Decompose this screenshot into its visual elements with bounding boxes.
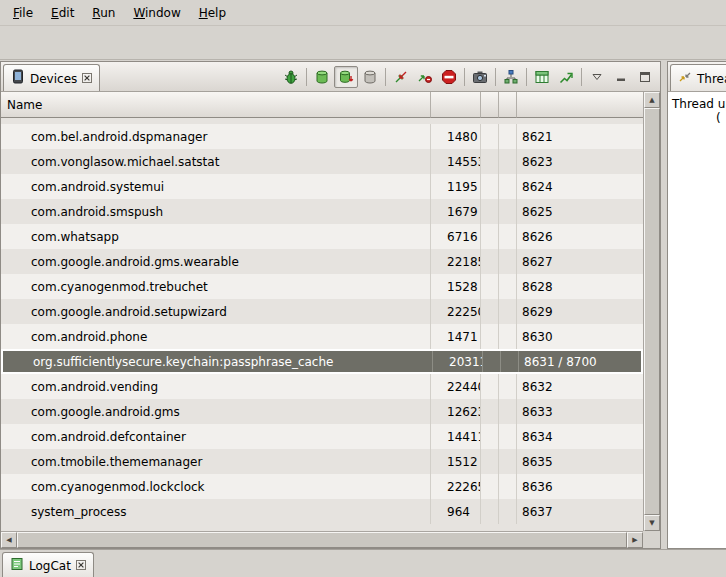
empty-cell [499,274,517,299]
stop-process-icon[interactable] [437,66,461,88]
empty-cell [499,324,517,349]
process-name: com.tmobile.thememanager [1,449,431,474]
table-row[interactable]: com.android.defcontainer144118634 [1,424,643,449]
debug-process-icon[interactable] [279,66,303,88]
process-pid: 6716 [431,224,481,249]
process-port: 8621 [517,124,643,149]
process-pid: 22185 [431,249,481,274]
vertical-scroll-thumb[interactable] [644,108,660,515]
table-row[interactable]: com.bel.android.dspmanager14808621 [1,124,643,149]
process-port: 8636 [517,474,643,499]
process-port: 8624 [517,174,643,199]
column-header-pid[interactable] [431,92,481,118]
table-row[interactable]: com.cyanogenmod.trebuchet15288628 [1,274,643,299]
threads-message-line1: Thread up [668,97,726,111]
process-pid: 1528 [431,274,481,299]
empty-cell [499,474,517,499]
table-row[interactable]: com.android.phone14718630 [1,324,643,349]
scrollbar-corner [643,531,660,548]
scroll-left-button[interactable]: ◀ [1,532,17,548]
column-header-name[interactable]: Name [1,92,431,118]
table-row[interactable]: com.android.smspush16798625 [1,199,643,224]
vertical-scrollbar[interactable]: ▲ ▼ [643,92,660,531]
view-menu-icon[interactable] [585,66,609,88]
tab-threads[interactable]: Threads [670,64,726,91]
menu-help[interactable]: Help [190,2,235,24]
toolbar-separator [581,68,582,86]
dump-view-hierarchy-icon[interactable] [499,66,523,88]
empty-cell [481,149,499,174]
process-table: Name com.bel.android.dspmanager14808621c… [1,92,660,548]
menu-file[interactable]: File [4,2,42,24]
table-row[interactable]: com.whatsapp67168626 [1,224,643,249]
process-name: com.cyanogenmod.lockclock [1,474,431,499]
empty-cell [481,424,499,449]
menu-run[interactable]: Run [83,2,124,24]
process-port: 8633 [517,399,643,424]
empty-cell [481,499,499,524]
process-name: system_process [1,499,431,524]
table-row[interactable]: com.google.android.setupwizard222508629 [1,299,643,324]
update-heap-icon[interactable] [310,66,334,88]
empty-cell [499,224,517,249]
empty-cell [499,499,517,524]
process-name: com.android.phone [1,324,431,349]
empty-cell [481,374,499,399]
scroll-right-button[interactable]: ▶ [627,532,643,548]
column-header-port[interactable] [517,92,643,118]
screen-capture-icon[interactable] [468,66,492,88]
maximize-icon[interactable] [633,66,657,88]
empty-cell [481,449,499,474]
devices-panel: Devices [0,61,661,549]
empty-cell [481,474,499,499]
tab-devices[interactable]: Devices [3,64,100,91]
sysinfo-graph-icon[interactable] [554,66,578,88]
table-row[interactable]: com.tmobile.thememanager15128635 [1,449,643,474]
scroll-up-button[interactable]: ▲ [644,92,660,108]
devices-toolbar [279,66,660,88]
sysinfo-grid-icon[interactable] [530,66,554,88]
table-row[interactable]: com.android.vending224408632 [1,374,643,399]
empty-cell [481,299,499,324]
minimize-icon[interactable] [609,66,633,88]
horizontal-scrollbar[interactable]: ◀ ▶ [1,531,643,548]
process-pid: 12623 [431,399,481,424]
table-row[interactable]: com.cyanogenmod.lockclock222658636 [1,474,643,499]
empty-cell [499,299,517,324]
process-port: 8623 [517,149,643,174]
process-pid: 1471 [431,324,481,349]
scroll-down-button[interactable]: ▼ [644,515,660,531]
table-row[interactable]: system_process9648637 [1,499,643,524]
close-icon[interactable] [76,560,86,570]
process-pid: 14411 [431,424,481,449]
devices-panel-header: Devices [1,62,660,92]
process-name: com.google.android.setupwizard [1,299,431,324]
table-row[interactable]: com.vonglasow.michael.satstat145538623 [1,149,643,174]
table-row[interactable]: com.google.android.gms.wearable221858627 [1,249,643,274]
empty-cell [481,174,499,199]
empty-cell [499,149,517,174]
empty-cell [501,351,519,372]
table-row[interactable]: org.sufficientlysecure.keychain:passphra… [1,349,643,374]
close-icon[interactable] [82,73,92,83]
process-pid: 22440 [431,374,481,399]
table-row[interactable]: com.android.systemui11958624 [1,174,643,199]
process-name: com.google.android.gms [1,399,431,424]
toolbar-separator [385,68,386,86]
tab-logcat[interactable]: LogCat [2,552,94,577]
menu-window[interactable]: Window [124,2,189,24]
menu-edit[interactable]: Edit [42,2,83,24]
threads-message-line2: ( [668,111,726,125]
toolbar-separator [464,68,465,86]
cause-gc-icon[interactable] [358,66,382,88]
horizontal-scroll-thumb[interactable] [17,532,627,548]
table-row[interactable]: com.google.android.gms126238633 [1,399,643,424]
process-name: com.bel.android.dspmanager [1,124,431,149]
process-port: 8632 [517,374,643,399]
update-threads-icon[interactable] [389,66,413,88]
threads-icon [678,70,692,87]
start-method-profiling-icon[interactable] [413,66,437,88]
process-pid: 14553 [431,149,481,174]
dump-hprof-icon[interactable] [334,66,358,88]
empty-cell [481,274,499,299]
